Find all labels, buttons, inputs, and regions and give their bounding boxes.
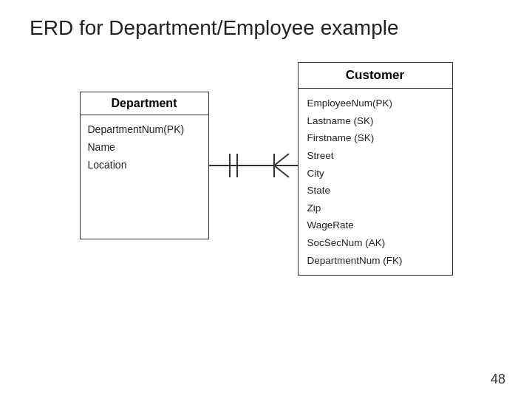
page-number: 48: [491, 372, 505, 387]
cust-attr-6: Zip: [307, 200, 443, 217]
customer-entity-header: Customer: [298, 62, 453, 89]
cust-attr-8: SocSecNum (AK): [307, 234, 443, 252]
customer-entity: Customer EmployeeNum(PK) Lastname (SK) F…: [298, 62, 453, 276]
cust-attr-5: State: [307, 182, 443, 200]
cust-attr-7: WageRate: [307, 216, 443, 234]
connector-area: [209, 92, 298, 239]
cust-attr-0: EmployeeNum(PK): [307, 95, 443, 112]
dept-attr-2: Name: [88, 139, 201, 157]
department-entity-header: Department: [81, 92, 208, 115]
customer-entity-body: EmployeeNum(PK) Lastname (SK) Firstname …: [298, 89, 453, 276]
cust-attr-3: Street: [307, 147, 443, 165]
dept-attr-1: DepartmentNum(PK): [88, 121, 201, 139]
cust-attr-1: Lastname (SK): [307, 112, 443, 130]
department-entity: Department DepartmentNum(PK) Name Locati…: [80, 92, 209, 239]
relationship-connector: [209, 92, 298, 239]
department-entity-body: DepartmentNum(PK) Name Location: [81, 115, 208, 180]
page-title: ERD for Department/Employee example: [0, 0, 532, 40]
svg-line-4: [274, 154, 289, 166]
cust-attr-9: DepartmentNum (FK): [307, 252, 443, 270]
svg-line-5: [274, 166, 289, 177]
dept-attr-3: Location: [88, 157, 201, 174]
cust-attr-4: City: [307, 165, 443, 183]
cust-attr-2: Firstname (SK): [307, 129, 443, 147]
